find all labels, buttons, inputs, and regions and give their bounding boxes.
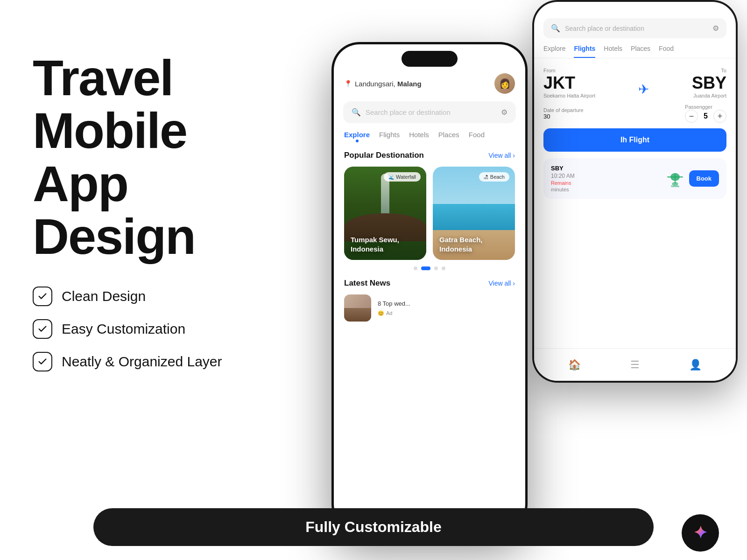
fp-beach-badge: 🏖 Beach <box>479 172 509 182</box>
bp-passenger-counter: − 5 + <box>685 110 726 123</box>
fp-news-item[interactable]: 8 Top wed... 😊 Ad <box>334 288 525 322</box>
left-section: Travel Mobile App Design Clean Design Ea… <box>33 51 285 371</box>
check-icon-2 <box>33 319 52 339</box>
feature-label-1: Clean Design <box>62 288 146 304</box>
front-phone: 📍 Landungsari, Malang 👩 🔍 Search place o… <box>331 42 528 532</box>
fp-news-header: Latest News View all <box>334 270 525 288</box>
bp-departure: Date of departure 30 <box>543 107 584 120</box>
bp-route: From JKT Soekarno Hatta Airport ✈ To SBY… <box>543 68 726 98</box>
bp-flight-card: SBY 10:20 AM Remains minutes Garuda <box>543 158 726 199</box>
bp-from-airport: From JKT Soekarno Hatta Airport <box>543 68 595 98</box>
figma-icon: ✦ <box>693 523 707 543</box>
fp-avatar[interactable]: 👩 <box>494 73 515 94</box>
fp-tab-explore[interactable]: Explore <box>344 131 370 142</box>
fp-popular-title: Popular Destionation <box>344 151 424 160</box>
beach-badge-icon: 🏖 <box>484 175 488 180</box>
bp-search-icon: 🔍 <box>551 24 560 33</box>
figma-button[interactable]: ✦ <box>682 514 719 552</box>
fp-tab-places[interactable]: Places <box>438 131 459 142</box>
bp-nav: Explore Flights Hotels Places Food <box>534 38 736 58</box>
fp-location-text: Landungsari, Malang <box>355 80 422 88</box>
fp-popular-header: Popular Destionation View all <box>334 142 525 160</box>
waterfall-badge-icon: 🌊 <box>388 175 394 180</box>
check-icon-1 <box>33 287 52 306</box>
fp-dot-1 <box>414 266 417 270</box>
svg-text:Garuda: Garuda <box>671 184 679 187</box>
bp-tab-food-back[interactable]: Food <box>659 45 674 58</box>
bp-bottom-nav: 🏠 ☰ 👤 <box>534 348 736 381</box>
beach-badge-text: Beach <box>490 174 505 180</box>
fp-news-thumbnail <box>344 294 371 322</box>
fp-news-view-all[interactable]: View all <box>488 280 515 287</box>
garuda-svg: Garuda <box>663 169 687 188</box>
fp-search-placeholder: Search place or destination <box>366 108 496 116</box>
bp-tab-flights[interactable]: Flights <box>574 45 595 58</box>
fp-nav: Explore Flights Hotels Places Food <box>334 123 525 142</box>
fp-dest-card-beach[interactable]: 🏖 Beach Gatra Beach,Indonesia <box>433 167 515 260</box>
bp-flights-content: From JKT Soekarno Hatta Airport ✈ To SBY… <box>534 58 736 208</box>
bp-search-flight-btn[interactable]: Ih Flight <box>543 128 726 152</box>
bp-increase-btn[interactable]: + <box>713 110 726 123</box>
fp-news-avatar-icon: 😊 <box>378 310 384 316</box>
fp-tab-hotels[interactable]: Hotels <box>409 131 429 142</box>
feature-item-1: Clean Design <box>33 287 285 306</box>
fp-location: 📍 Landungsari, Malang <box>344 80 422 88</box>
fp-news-title: Latest News <box>344 279 390 288</box>
fp-news-thumb-inner <box>344 308 371 322</box>
features-list: Clean Design Easy Customization Neatly &… <box>33 287 285 371</box>
bp-book-btn[interactable]: Book <box>689 170 719 187</box>
fp-waterfall-badge: 🌊 Waterfall <box>384 172 421 182</box>
fp-beach-name: Gatra Beach,Indonesia <box>439 235 483 253</box>
fp-waterfall-name: Tumpak Sewu,Indonesia <box>351 235 399 253</box>
fp-destinations: 🌊 Waterfall Tumpak Sewu,Indonesia 🏖 Beac… <box>334 160 525 260</box>
bp-search-text: Search place or destination <box>565 25 708 32</box>
feature-item-3: Neatly & Organized Layer <box>33 352 285 371</box>
bp-profile-icon[interactable]: 👤 <box>689 359 702 371</box>
dynamic-island <box>402 51 458 67</box>
fp-search-icon: 🔍 <box>352 108 361 117</box>
main-title: Travel Mobile App Design <box>33 51 285 263</box>
fp-dots <box>334 260 525 270</box>
bp-flight-info: SBY 10:20 AM Remains minutes <box>551 165 661 192</box>
feature-label-2: Easy Customization <box>62 321 185 337</box>
fp-news-meta: 😊 Ad <box>378 310 410 316</box>
bp-list-icon[interactable]: ☰ <box>630 359 640 371</box>
phones-area: 🔍 Search place or destination ⚙ Explore … <box>303 0 747 560</box>
fp-tab-food[interactable]: Food <box>469 131 485 142</box>
fp-filter-icon: ⚙ <box>501 108 507 117</box>
bp-filter-icon: ⚙ <box>712 24 719 33</box>
cta-banner: Fully Customizable <box>93 508 654 546</box>
bp-plane-icon: ✈ <box>638 82 649 97</box>
bp-search-bar[interactable]: 🔍 Search place or destination ⚙ <box>543 18 726 38</box>
fp-dot-4 <box>442 266 445 270</box>
bp-tab-explore[interactable]: Explore <box>543 45 565 58</box>
fp-news-content: 8 Top wed... 😊 Ad <box>378 300 410 316</box>
check-icon-3 <box>33 352 52 371</box>
feature-item-2: Easy Customization <box>33 319 285 339</box>
bp-passengers: Passengger − 5 + <box>685 104 726 123</box>
fp-news-text: 8 Top wed... <box>378 300 410 308</box>
bp-decrease-btn[interactable]: − <box>685 110 698 123</box>
fp-header: 📍 Landungsari, Malang 👩 <box>334 67 525 94</box>
bp-tab-hotels[interactable]: Hotels <box>604 45 622 58</box>
fp-popular-view-all[interactable]: View all <box>488 152 515 159</box>
cta-text: Fully Customizable <box>305 518 442 536</box>
back-phone: 🔍 Search place or destination ⚙ Explore … <box>532 0 738 383</box>
back-phone-screen: 🔍 Search place or destination ⚙ Explore … <box>534 2 736 381</box>
feature-label-3: Neatly & Organized Layer <box>62 354 222 370</box>
bp-airline-logo: Garuda <box>661 167 689 190</box>
waterfall-badge-text: Waterfall <box>396 174 416 180</box>
fp-location-pin-icon: 📍 <box>344 80 352 87</box>
fp-tab-flights[interactable]: Flights <box>379 131 400 142</box>
bp-to-airport: To SBY Juanda Airport <box>692 68 726 98</box>
bp-tab-places[interactable]: Places <box>631 45 650 58</box>
fp-dest-card-waterfall[interactable]: 🌊 Waterfall Tumpak Sewu,Indonesia <box>344 167 426 260</box>
fp-search-bar[interactable]: 🔍 Search place or destination ⚙ <box>343 101 516 123</box>
front-phone-screen: 📍 Landungsari, Malang 👩 🔍 Search place o… <box>334 44 525 530</box>
fp-dot-3 <box>434 266 438 270</box>
fp-dot-2 <box>421 266 430 270</box>
bp-details-row: Date of departure 30 Passengger − 5 + <box>543 104 726 123</box>
bp-home-icon[interactable]: 🏠 <box>568 359 581 371</box>
